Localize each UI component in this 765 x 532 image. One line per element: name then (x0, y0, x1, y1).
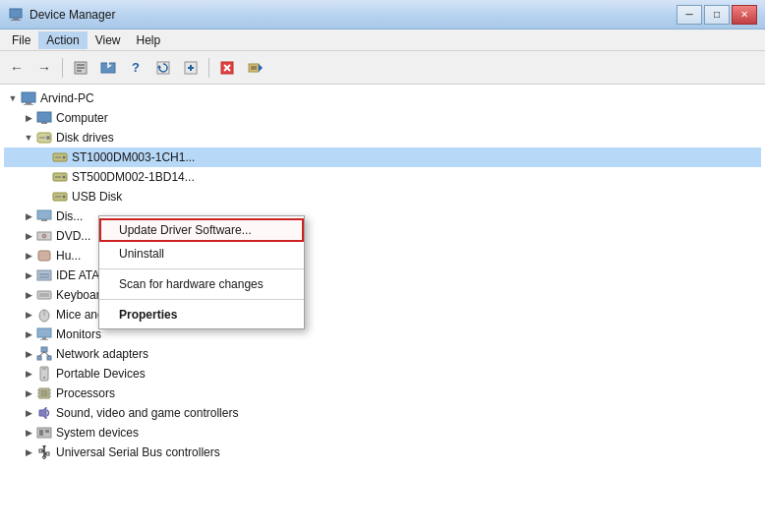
icon-usb (36, 444, 52, 460)
svg-rect-72 (45, 430, 49, 433)
tree-label-system: System devices (56, 426, 139, 440)
help-button[interactable]: ? (123, 55, 148, 81)
tree-item-sound[interactable]: ▶ Sound, video and game controllers (4, 403, 761, 423)
icon-computer (21, 90, 36, 106)
expand-dvd[interactable]: ▶ (22, 229, 35, 243)
ctx-properties[interactable]: Properties (99, 303, 304, 326)
tree-label-portable: Portable Devices (56, 367, 146, 381)
tree-item-computer[interactable]: ▶ Computer (4, 108, 761, 128)
tree-item-network[interactable]: ▶ Network adapters (4, 344, 761, 364)
expand-computer[interactable]: ▶ (22, 111, 35, 125)
properties-button[interactable] (68, 55, 93, 81)
svg-rect-16 (249, 64, 259, 72)
app-icon (8, 7, 24, 23)
icon-dvd (36, 228, 52, 244)
expand-disk-drives[interactable]: ▼ (22, 131, 35, 145)
ctx-scan[interactable]: Scan for hardware changes (99, 272, 304, 296)
tree-item-disk3[interactable]: USB Disk (4, 187, 761, 207)
tree-label-display: Dis... (56, 209, 83, 223)
device-tree[interactable]: ▼ Arvind-PC ▶ Computer ▼ (0, 85, 765, 532)
restore-button[interactable]: □ (704, 5, 730, 25)
svg-rect-71 (39, 430, 43, 436)
svg-rect-42 (37, 270, 51, 280)
svg-rect-41 (38, 251, 50, 261)
window-controls: ─ □ ✕ (677, 5, 757, 25)
scan-button[interactable] (150, 55, 176, 81)
ctx-uninstall[interactable]: Uninstall (99, 242, 304, 266)
expand-sound[interactable]: ▶ (22, 406, 35, 420)
svg-point-35 (63, 196, 66, 199)
expand-hid[interactable]: ▶ (22, 249, 35, 263)
svg-point-32 (63, 176, 66, 179)
menu-view[interactable]: View (88, 31, 129, 49)
expand-display[interactable]: ▶ (22, 209, 35, 223)
icon-sound (36, 405, 52, 421)
tree-item-disk2[interactable]: ST500DM002-1BD14... (4, 167, 761, 187)
icon-ide (36, 267, 52, 283)
expand-portable[interactable]: ▶ (22, 367, 35, 381)
tree-item-disk1[interactable]: ST1000DM003-1CH1... (4, 148, 761, 167)
expand-usb[interactable]: ▶ (22, 445, 35, 459)
svg-rect-38 (41, 219, 47, 221)
settings-button[interactable] (242, 55, 267, 81)
icon-monitors (36, 326, 52, 342)
menu-help[interactable]: Help (129, 31, 169, 49)
icon-portable (36, 366, 52, 382)
window-title: Device Manager (29, 8, 677, 22)
back-button[interactable]: ← (4, 55, 29, 81)
toolbar: ← → ? (0, 51, 765, 85)
svg-rect-24 (41, 122, 47, 124)
svg-rect-2 (11, 20, 21, 21)
tree-label-disk-drives: Disk drives (56, 131, 114, 145)
svg-marker-74 (42, 445, 46, 448)
svg-rect-51 (42, 337, 46, 339)
expand-monitors[interactable]: ▶ (22, 327, 35, 341)
svg-rect-53 (41, 347, 47, 352)
svg-rect-50 (37, 328, 51, 337)
tree-label-hid: Hu... (56, 249, 81, 263)
update-driver-button[interactable] (95, 55, 121, 81)
title-bar: Device Manager ─ □ ✕ (0, 0, 765, 30)
svg-rect-52 (40, 339, 48, 340)
tree-item-processors[interactable]: ▶ Processors (4, 384, 761, 403)
expand-keyboards[interactable]: ▶ (22, 288, 35, 302)
tree-item-arvind[interactable]: ▼ Arvind-PC (4, 89, 761, 108)
expand-arvind[interactable]: ▼ (6, 91, 20, 105)
close-button[interactable]: ✕ (732, 5, 757, 25)
svg-rect-54 (37, 356, 41, 360)
icon-mice (36, 307, 52, 323)
ctx-update-driver[interactable]: Update Driver Software... (99, 218, 304, 242)
tree-item-system[interactable]: ▶ System devices (4, 423, 761, 443)
main-content: ▼ Arvind-PC ▶ Computer ▼ (0, 85, 765, 532)
svg-rect-21 (26, 102, 31, 104)
svg-line-56 (39, 352, 44, 356)
expand-processors[interactable]: ▶ (22, 386, 35, 400)
tree-item-usb[interactable]: ▶ Universal Serial Bus controllers (4, 443, 761, 462)
remove-button[interactable] (214, 55, 240, 81)
expand-system[interactable]: ▶ (22, 426, 35, 440)
svg-rect-45 (37, 291, 51, 299)
svg-point-40 (42, 234, 46, 238)
tree-label-arvind: Arvind-PC (40, 91, 94, 105)
expand-mice[interactable]: ▶ (22, 308, 35, 322)
svg-point-26 (46, 136, 50, 140)
expand-network[interactable]: ▶ (22, 347, 35, 361)
svg-rect-62 (41, 390, 47, 396)
tree-item-portable[interactable]: ▶ Portable Devices (4, 364, 761, 384)
tree-item-disk-drives[interactable]: ▼ Disk drives (4, 128, 761, 148)
icon-disk2 (52, 169, 68, 185)
context-menu: Update Driver Software... Uninstall Scan… (98, 215, 305, 329)
expand-ide[interactable]: ▶ (22, 268, 35, 282)
icon-hid (36, 248, 52, 264)
add-button[interactable] (178, 55, 204, 81)
tree-label-computer: Computer (56, 111, 108, 125)
forward-button[interactable]: → (31, 55, 57, 81)
minimize-button[interactable]: ─ (677, 5, 702, 25)
tree-label-sound: Sound, video and game controllers (56, 406, 238, 420)
menu-action[interactable]: Action (38, 31, 87, 49)
menu-file[interactable]: File (4, 31, 38, 49)
icon-disk3 (52, 189, 68, 205)
tree-label-dvd: DVD... (56, 229, 90, 243)
svg-rect-20 (22, 92, 35, 102)
icon-keyboards (36, 287, 52, 303)
